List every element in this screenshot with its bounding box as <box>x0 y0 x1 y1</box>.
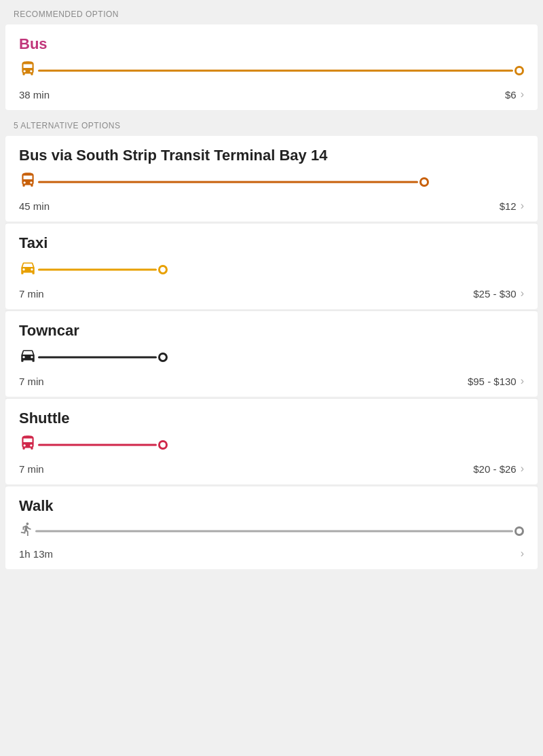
recommended-price: $6 <box>505 89 517 101</box>
recommended-card[interactable]: Bus 38 min $6 › <box>5 24 538 110</box>
alt-card-2[interactable]: Towncar 7 min $95 - $130 › <box>5 311 538 397</box>
recommended-label: RECOMMENDED OPTION <box>0 0 543 24</box>
chevron-right-icon-2: › <box>521 375 524 387</box>
recommended-footer: 38 min $6 › <box>19 88 524 101</box>
taxi-icon <box>19 259 37 281</box>
alt-route-track-0 <box>38 181 418 183</box>
alt-route-end-1 <box>158 265 168 274</box>
alt-route-track-4 <box>35 530 513 533</box>
alt-time-0: 45 min <box>19 200 50 212</box>
shuttle-icon <box>19 434 37 456</box>
alt-title-0: Bus via South Strip Transit Terminal Bay… <box>19 147 524 164</box>
alt-title-1: Taxi <box>19 234 524 252</box>
alt-card-1[interactable]: Taxi 7 min $25 - $30 › <box>5 223 538 309</box>
alt-price-group-2: $95 - $130 › <box>468 375 524 387</box>
alt-price-group-0: $12 › <box>500 200 524 212</box>
recommended-route-line <box>19 60 524 82</box>
alt-card-4[interactable]: Walk 1h 13m › <box>5 486 538 569</box>
alt-price-group-4: › <box>517 547 524 560</box>
alt-title-3: Shuttle <box>19 410 524 427</box>
alt-price-group-3: $20 - $26 › <box>473 463 524 475</box>
towncar-icon <box>19 346 37 368</box>
alt-title-2: Towncar <box>19 322 524 340</box>
alt-footer-3: 7 min $20 - $26 › <box>19 463 524 475</box>
chevron-right-icon: › <box>521 88 524 101</box>
alt-route-track-3 <box>38 444 157 446</box>
alt-time-2: 7 min <box>19 376 44 387</box>
bus-alt-icon <box>19 171 37 193</box>
alt-card-0[interactable]: Bus via South Strip Transit Terminal Bay… <box>5 136 538 221</box>
chevron-right-icon-3: › <box>521 463 524 475</box>
alt-card-3[interactable]: Shuttle 7 min $20 - $26 › <box>5 399 538 484</box>
walk-icon <box>19 522 34 541</box>
alt-footer-0: 45 min $12 › <box>19 200 524 212</box>
alt-footer-1: 7 min $25 - $30 › <box>19 287 524 300</box>
recommended-title: Bus <box>19 35 524 53</box>
route-end-dot <box>514 66 524 75</box>
alt-time-3: 7 min <box>19 463 44 475</box>
alt-route-line-4 <box>19 522 524 541</box>
bus-icon <box>19 60 37 82</box>
route-track <box>38 70 513 72</box>
chevron-right-icon-4: › <box>521 547 524 560</box>
alt-route-end-2 <box>158 353 168 362</box>
alt-title-4: Walk <box>19 497 524 515</box>
recommended-time: 38 min <box>19 89 50 101</box>
chevron-right-icon-1: › <box>521 287 524 300</box>
alt-route-track-2 <box>38 357 157 359</box>
alt-route-line-0 <box>19 171 524 193</box>
alt-footer-4: 1h 13m › <box>19 547 524 560</box>
alt-price-3: $20 - $26 <box>473 463 516 475</box>
alt-price-0: $12 <box>500 200 517 212</box>
alt-route-line-3 <box>19 434 524 456</box>
alt-route-end-4 <box>514 526 524 536</box>
alt-footer-2: 7 min $95 - $130 › <box>19 375 524 387</box>
alt-price-2: $95 - $130 <box>468 376 517 387</box>
alt-route-line-1 <box>19 259 524 281</box>
alt-time-4: 1h 13m <box>19 548 53 560</box>
alternatives-label: 5 ALTERNATIVE OPTIONS <box>0 111 543 136</box>
alt-route-end-0 <box>419 177 429 187</box>
recommended-price-group: $6 › <box>505 88 524 101</box>
alt-route-track-1 <box>38 269 157 271</box>
alt-price-group-1: $25 - $30 › <box>473 287 524 300</box>
alt-price-1: $25 - $30 <box>473 288 516 300</box>
alt-route-line-2 <box>19 346 524 368</box>
alt-route-end-3 <box>158 440 168 450</box>
alt-time-1: 7 min <box>19 288 44 300</box>
chevron-right-icon-0: › <box>521 200 524 212</box>
